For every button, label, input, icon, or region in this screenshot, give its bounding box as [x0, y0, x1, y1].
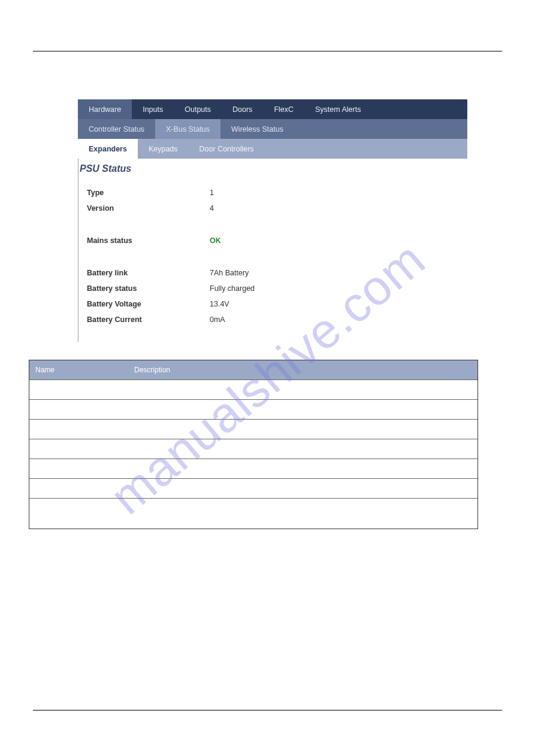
label-mains-status: Mains status: [87, 236, 210, 245]
tabs-primary: Hardware Inputs Outputs Doors FlexC Syst…: [78, 99, 467, 119]
tab-system-alerts[interactable]: System Alerts: [304, 99, 371, 119]
psu-status-panel: PSU Status Type 1 Version 4 Mains status…: [78, 159, 467, 342]
cell-name: Version: [29, 404, 128, 412]
row-type: Type 1: [87, 189, 459, 197]
tabs-secondary: Controller Status X-Bus Status Wireless …: [78, 119, 467, 139]
label-battery-link: Battery link: [87, 269, 210, 277]
cell-desc: PSU version.: [128, 404, 477, 415]
cell-name: Battery link: [29, 444, 128, 452]
description-table: Name Description Type Type of PSU. Versi…: [29, 360, 478, 529]
cell-desc: Type of PSU.: [128, 384, 477, 395]
tab-doors[interactable]: Doors: [222, 99, 263, 119]
table-row: Battery link Type of battery connection.…: [29, 439, 477, 459]
footer-page-number: 192: [33, 714, 44, 721]
row-battery-current: Battery Current 0mA: [87, 315, 459, 324]
tabs-tertiary: Expanders Keypads Door Controllers: [78, 139, 467, 159]
tab-hardware[interactable]: Hardware: [78, 99, 132, 119]
cell-name: Battery status: [29, 463, 128, 472]
tab-outputs[interactable]: Outputs: [174, 99, 222, 119]
cell-desc: Type of battery connection. Displayed se…: [128, 444, 477, 454]
tab-flexc[interactable]: FlexC: [263, 99, 304, 119]
value-type: 1: [210, 189, 214, 197]
tab-controller-status[interactable]: Controller Status: [78, 119, 155, 139]
table-row: Version PSU version.: [29, 399, 477, 419]
cell-desc: Current battery voltage. This informatio…: [128, 483, 477, 494]
value-battery-current: 0mA: [210, 315, 225, 324]
header-desc: Description: [128, 366, 170, 374]
panel-title: PSU Status: [80, 163, 459, 174]
table-row: Mains status Current status of the mains…: [29, 419, 477, 439]
tab-expanders[interactable]: Expanders: [78, 139, 138, 159]
row-version: Version 4: [87, 204, 459, 212]
cell-desc: Current status of the battery (OK or Fau…: [128, 463, 477, 474]
tab-wireless-status[interactable]: Wireless Status: [220, 119, 294, 139]
table-row: Battery Current Positive value = chargin…: [29, 498, 477, 529]
tab-xbus-status[interactable]: X-Bus Status: [155, 119, 220, 139]
cell-name: Mains status: [29, 424, 128, 432]
table-row: Battery status Current status of the bat…: [29, 459, 477, 478]
value-battery-status: Fully charged: [210, 284, 255, 293]
table-header: Name Description: [29, 360, 477, 379]
row-battery-voltage: Battery Voltage 13.4V: [87, 300, 459, 308]
value-battery-voltage: 13.4V: [210, 300, 229, 308]
label-type: Type: [87, 189, 210, 197]
value-battery-link: 7Ah Battery: [210, 269, 249, 277]
table-row: Battery voltage Current battery voltage.…: [29, 478, 477, 498]
row-mains-status: Mains status OK: [87, 236, 459, 245]
table-row: Type Type of PSU.: [29, 379, 477, 399]
cell-name: Type: [29, 384, 128, 393]
label-version: Version: [87, 204, 210, 212]
tab-inputs[interactable]: Inputs: [132, 99, 174, 119]
label-battery-current: Battery Current: [87, 315, 210, 324]
value-mains-status: OK: [210, 236, 221, 245]
row-battery-status: Battery status Fully charged: [87, 284, 459, 293]
label-battery-voltage: Battery Voltage: [87, 300, 210, 308]
tab-door-controllers[interactable]: Door Controllers: [189, 139, 265, 159]
label-battery-status: Battery status: [87, 284, 210, 293]
cell-desc: Positive value = charging battery. Negat…: [128, 503, 477, 524]
value-version: 4: [210, 204, 214, 212]
tab-keypads[interactable]: Keypads: [138, 139, 189, 159]
cell-name: Battery voltage: [29, 483, 128, 491]
cell-desc: Current status of the mains for the PSU …: [128, 424, 477, 435]
cell-name: Battery Current: [29, 503, 128, 511]
header-name: Name: [29, 366, 128, 374]
page-footer: 192 SPC4xxx/5xxx/6xxx – Installation & C…: [33, 710, 502, 721]
footer-title: SPC4xxx/5xxx/6xxx – Installation & Confi…: [44, 714, 387, 721]
footer-section: Engineer Programming via the Browser: [387, 714, 502, 721]
row-battery-link: Battery link 7Ah Battery: [87, 269, 459, 277]
